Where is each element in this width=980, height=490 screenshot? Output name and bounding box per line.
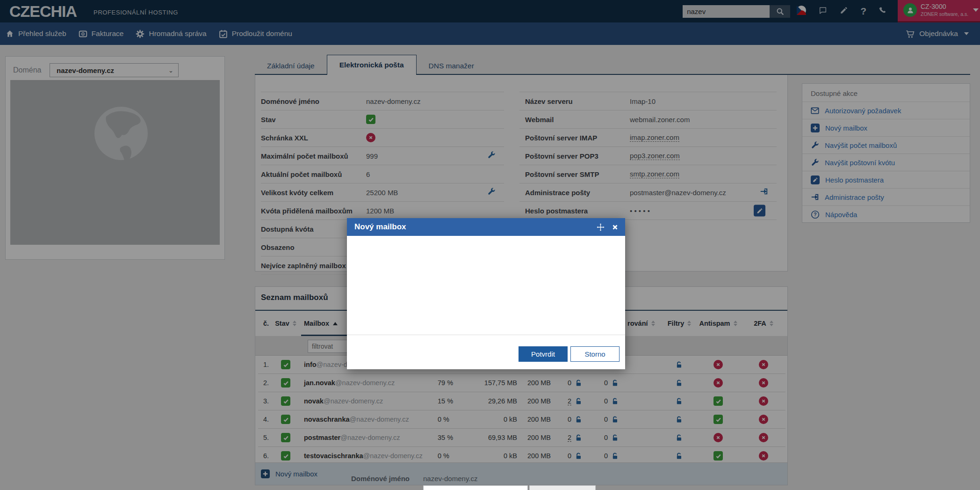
modal-domain-value: nazev-domeny.cz <box>423 475 477 483</box>
close-icon[interactable] <box>612 224 619 231</box>
divider <box>347 335 625 335</box>
modal-title: Nový mailbox <box>354 222 596 232</box>
confirm-button[interactable]: Potvrdit <box>519 346 568 362</box>
new-mailbox-modal: Nový mailbox Doménové jméno nazev-domeny… <box>347 218 625 369</box>
mailbox-domain-suffix: @nazev-domeny.cz <box>529 485 596 490</box>
modal-domain-label: Doménové jméno <box>347 475 410 483</box>
mailbox-name-input[interactable] <box>423 485 528 490</box>
modal-header: Nový mailbox <box>347 218 625 236</box>
page: CZECHIA PROFESIONÁLNÍ HOSTING ? CZ-3000 … <box>0 0 980 490</box>
cancel-button[interactable]: Storno <box>570 346 620 362</box>
move-icon[interactable] <box>596 223 605 232</box>
